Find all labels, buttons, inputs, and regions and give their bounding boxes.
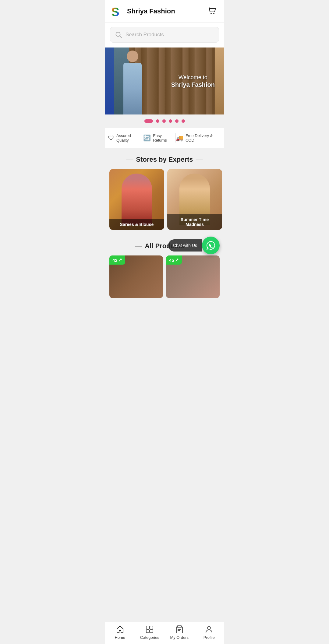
assured-quality-label: Assured Quality xyxy=(116,133,143,143)
features-bar: 🛡 Assured Quality 🔄 Easy Returns 🚚 Free … xyxy=(105,128,224,148)
header: S Shriya Fashion xyxy=(105,0,224,23)
carousel-dots xyxy=(105,114,224,128)
banner-slide: Welcome to Shriya Fashion xyxy=(105,48,224,114)
banner-carousel[interactable]: Welcome to Shriya Fashion xyxy=(105,48,224,114)
feature-assured-quality: 🛡 Assured Quality xyxy=(108,133,143,143)
store-card-sarees-label: Sarees & Blouse xyxy=(109,219,164,230)
stores-title-dash-right: — xyxy=(196,156,203,164)
discount-arrow-1: ↗ xyxy=(118,257,122,263)
search-placeholder: Search Products xyxy=(126,32,164,38)
store-card-summer-label: Summer Time Madness xyxy=(167,214,222,230)
product-card-2[interactable]: 45 ↗ xyxy=(166,255,220,298)
dot-5[interactable] xyxy=(175,119,179,123)
free-delivery-label: Free Delivery & COD xyxy=(186,133,221,143)
search-container: Search Products xyxy=(105,23,224,48)
banner-person-torso xyxy=(123,63,142,114)
stores-title-dash-left: — xyxy=(126,156,133,164)
product-cards-row: 42 ↗ 45 ↗ xyxy=(105,255,224,304)
product-card-1[interactable]: 42 ↗ xyxy=(109,255,163,298)
feature-easy-returns: 🔄 Easy Returns xyxy=(143,133,175,143)
shield-icon: 🛡 xyxy=(108,135,114,142)
easy-returns-label: Easy Returns xyxy=(153,133,175,143)
header-left: S Shriya Fashion xyxy=(111,5,175,18)
svg-point-2 xyxy=(213,13,214,14)
delivery-icon: 🚚 xyxy=(176,134,183,142)
chat-label: Chat with Us xyxy=(168,239,202,252)
stores-section: — Stores by Experts — Sarees & Blouse Su… xyxy=(105,148,224,236)
dot-6[interactable] xyxy=(182,119,185,123)
chat-button-wrapper: Chat with Us xyxy=(168,237,220,254)
brand-logo-icon: S xyxy=(111,5,124,18)
whatsapp-icon xyxy=(206,241,216,250)
dot-3[interactable] xyxy=(162,119,166,123)
svg-text:S: S xyxy=(111,5,119,18)
cart-icon xyxy=(207,5,217,16)
dot-4[interactable] xyxy=(169,119,172,123)
discount-badge-2: 45 ↗ xyxy=(166,255,182,265)
chat-whatsapp-button[interactable] xyxy=(202,237,220,254)
svg-line-4 xyxy=(120,36,122,38)
products-title-dash-left: — xyxy=(135,242,142,250)
discount-value-1: 42 xyxy=(112,258,118,263)
banner-right-sliver xyxy=(215,48,224,114)
banner-left-sliver xyxy=(105,48,114,114)
svg-point-1 xyxy=(210,13,212,14)
brand-name: Shriya Fashion xyxy=(127,7,175,15)
store-card-summer[interactable]: Summer Time Madness xyxy=(167,169,222,230)
banner-person-head xyxy=(127,51,138,62)
discount-badge-1: 42 ↗ xyxy=(109,255,125,265)
store-person-sarees xyxy=(122,174,152,225)
dot-1[interactable] xyxy=(144,119,153,123)
banner-text: Welcome to Shriya Fashion xyxy=(171,74,215,88)
discount-arrow-2: ↗ xyxy=(175,257,179,263)
search-icon xyxy=(115,31,122,38)
banner-welcome-line2: Shriya Fashion xyxy=(171,81,215,88)
cart-button[interactable] xyxy=(206,4,218,18)
store-cards-row: Sarees & Blouse Summer Time Madness Top … xyxy=(105,169,224,236)
banner-person-figure xyxy=(114,51,151,114)
stores-title-text: Stores by Experts xyxy=(136,156,193,164)
discount-value-2: 45 xyxy=(169,258,174,263)
returns-icon: 🔄 xyxy=(143,134,151,142)
stores-section-title: — Stores by Experts — xyxy=(105,156,224,169)
feature-free-delivery: 🚚 Free Delivery & COD xyxy=(176,133,221,143)
search-bar[interactable]: Search Products xyxy=(110,27,219,43)
store-card-sarees[interactable]: Sarees & Blouse xyxy=(109,169,164,230)
dot-2[interactable] xyxy=(156,119,159,123)
banner-welcome-line1: Welcome to xyxy=(171,74,215,81)
